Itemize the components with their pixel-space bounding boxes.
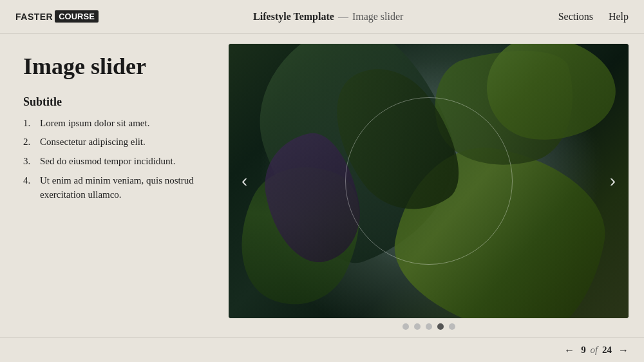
content-list: Lorem ipsum dolor sit amet. Consectetur … (23, 117, 208, 207)
of-text: of (591, 345, 598, 355)
footer-navigation: ← 9 of 24 → (564, 345, 629, 356)
main-content: Image slider Subtitle Lorem ipsum dolor … (0, 33, 644, 338)
total-pages: 24 (602, 345, 612, 355)
logo-faster: FASTER (15, 12, 53, 22)
page-name: Image slider (352, 11, 404, 23)
header-nav: Sections Help (558, 11, 629, 23)
right-panel: ‹ › (229, 33, 644, 338)
slider-dots (229, 318, 629, 332)
slider-image: ‹ › (229, 44, 629, 318)
slider-next-button[interactable]: › (602, 167, 623, 195)
page-title: Image slider (23, 54, 208, 80)
header: FASTER COURSE Lifestyle Template — Image… (0, 0, 644, 33)
template-name: Lifestyle Template (253, 11, 334, 23)
subtitle-label: Subtitle (23, 95, 208, 109)
dot-3[interactable] (426, 323, 432, 330)
dot-5[interactable] (449, 323, 455, 330)
footer-next-arrow[interactable]: → (618, 345, 629, 356)
footer: ← 9 of 24 → (0, 338, 644, 362)
list-item: Sed do eiusmod tempor incididunt. (23, 155, 208, 169)
left-panel: Image slider Subtitle Lorem ipsum dolor … (0, 33, 229, 338)
sections-button[interactable]: Sections (558, 11, 593, 23)
footer-prev-arrow[interactable]: ← (564, 345, 574, 356)
list-item: Consectetur adipiscing elit. (23, 135, 208, 149)
slider-prev-button[interactable]: ‹ (234, 167, 255, 195)
dot-2[interactable] (414, 323, 421, 330)
current-page: 9 (581, 345, 586, 355)
logo-course: COURSE (55, 10, 99, 23)
dot-1[interactable] (402, 323, 409, 330)
circle-overlay (345, 97, 513, 265)
page-indicator: 9 of 24 (581, 345, 612, 356)
dot-4[interactable] (437, 323, 444, 330)
help-button[interactable]: Help (609, 11, 629, 23)
header-separator: — (338, 11, 348, 23)
header-breadcrumb: Lifestyle Template — Image slider (253, 11, 403, 23)
logo-area: FASTER COURSE (15, 10, 99, 23)
list-item: Ut enim ad minim veniam, quis nostrud ex… (23, 174, 208, 202)
image-slider: ‹ › (229, 44, 629, 318)
list-item: Lorem ipsum dolor sit amet. (23, 117, 208, 131)
